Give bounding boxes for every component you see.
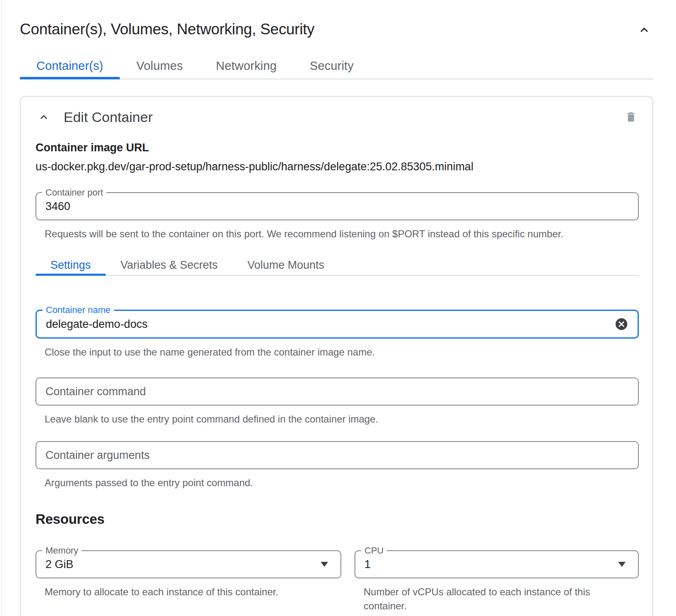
collapse-container-button[interactable] xyxy=(36,109,52,125)
section-header: Container(s), Volumes, Networking, Secur… xyxy=(20,0,653,39)
container-name-input[interactable] xyxy=(46,318,609,331)
memory-column: Memory 2 GiB Memory to allocate to each … xyxy=(36,550,341,613)
trash-icon xyxy=(625,119,637,125)
container-settings-panel: Container(s), Volumes, Networking, Secur… xyxy=(0,0,676,616)
page-title: Container(s), Volumes, Networking, Secur… xyxy=(20,21,314,38)
resources-heading: Resources xyxy=(36,511,639,527)
container-image-url-value: us-docker.pkg.dev/gar-prod-setup/harness… xyxy=(36,160,639,173)
container-port-input[interactable] xyxy=(45,200,629,213)
edit-container-title: Edit Container xyxy=(64,109,152,125)
clear-name-button[interactable] xyxy=(614,317,628,331)
cpu-value: 1 xyxy=(364,558,371,571)
cpu-helper: Number of vCPUs allocated to each instan… xyxy=(364,585,603,613)
cpu-select[interactable]: CPU 1 xyxy=(355,550,639,578)
resources-row: Memory 2 GiB Memory to allocate to each … xyxy=(36,550,639,613)
tab-settings[interactable]: Settings xyxy=(36,255,106,275)
memory-helper: Memory to allocate to each instance of t… xyxy=(45,585,334,599)
container-image-url-label: Container image URL xyxy=(36,141,639,154)
main-tab-bar: Container(s) Volumes Networking Security xyxy=(20,53,653,79)
tab-variables-secrets[interactable]: Variables & Secrets xyxy=(106,255,233,275)
tab-security[interactable]: Security xyxy=(293,53,370,79)
container-arguments-helper: Arguments passed to the entry point comm… xyxy=(45,476,639,490)
chevron-up-icon xyxy=(637,32,652,38)
container-command-input[interactable] xyxy=(45,385,629,398)
caret-down-icon xyxy=(321,562,328,567)
delete-container-button[interactable] xyxy=(623,108,639,126)
panel-edge-divider xyxy=(1,0,2,616)
cpu-column: CPU 1 Number of vCPUs allocated to each … xyxy=(355,550,639,613)
cpu-label: CPU xyxy=(361,545,387,556)
container-command-helper: Leave blank to use the entry point comma… xyxy=(45,412,639,426)
chevron-up-icon xyxy=(37,119,50,125)
container-arguments-input[interactable] xyxy=(45,449,629,462)
container-command-field xyxy=(36,377,639,406)
memory-value: 2 GiB xyxy=(45,558,74,571)
caret-down-icon xyxy=(618,562,626,567)
tab-containers[interactable]: Container(s) xyxy=(20,53,120,79)
container-name-field: Container name xyxy=(36,310,639,339)
container-port-helper: Requests will be sent to the container o… xyxy=(45,227,639,241)
cancel-icon xyxy=(614,326,628,332)
collapse-section-button[interactable] xyxy=(635,21,653,39)
tab-volumes[interactable]: Volumes xyxy=(120,53,200,79)
memory-label: Memory xyxy=(42,545,81,556)
tab-volume-mounts[interactable]: Volume Mounts xyxy=(233,255,339,275)
edit-container-header: Edit Container xyxy=(36,108,639,126)
container-port-label: Container port xyxy=(42,187,106,198)
container-name-helper: Close the input to use the name generate… xyxy=(45,345,639,359)
container-detail-tab-bar: Settings Variables & Secrets Volume Moun… xyxy=(36,255,639,276)
tab-networking[interactable]: Networking xyxy=(200,53,293,79)
container-arguments-field xyxy=(36,441,639,469)
container-port-field: Container port xyxy=(36,192,639,220)
memory-select[interactable]: Memory 2 GiB xyxy=(36,550,341,578)
container-name-label: Container name xyxy=(43,305,114,315)
edit-container-card: Edit Container Container image URL us-do… xyxy=(20,96,653,616)
